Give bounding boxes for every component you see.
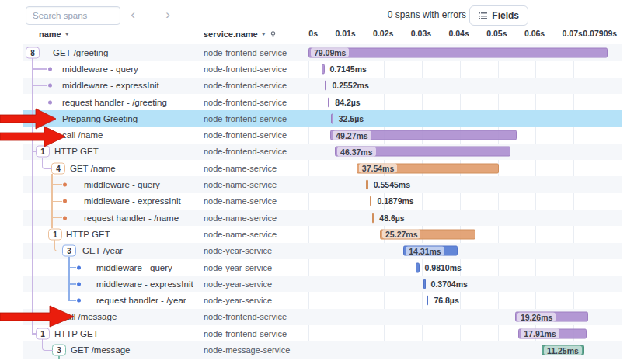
span-duration-label: 0.9810ms [425, 263, 462, 272]
span-service-name: node-frontend-service [204, 329, 287, 338]
tree-connector-line [58, 356, 60, 359]
fields-button-label: Fields [492, 10, 519, 21]
span-dot-icon [77, 282, 81, 286]
span-row[interactable]: request handler - /namenode-name-service… [23, 210, 622, 226]
span-duration-bar[interactable]: 17.91ms [518, 328, 586, 338]
axis-tick-label: 0.07909s [567, 29, 617, 38]
span-dot-icon [48, 84, 52, 88]
span-duration-bar[interactable] [366, 180, 368, 190]
span-row[interactable]: 1HTTP GETnode-name-service25.27ms [23, 226, 622, 242]
span-row[interactable]: call /messagenode-frontend-service19.26m… [23, 309, 622, 325]
span-service-name: node-frontend-service [204, 130, 287, 140]
span-duration-bar[interactable]: 46.37ms [335, 147, 510, 157]
span-duration-bar[interactable] [423, 279, 426, 289]
span-name: middleware - expressInit [62, 81, 159, 90]
span-name: call /message [62, 312, 117, 321]
fields-button[interactable]: Fields [469, 5, 528, 26]
name-column-label: name [39, 29, 61, 39]
search-spans-input[interactable] [26, 6, 120, 25]
span-duration-bar[interactable] [325, 81, 327, 91]
span-row[interactable]: middleware - querynode-year-service0.981… [23, 259, 622, 276]
span-service-name: node-frontend-service [204, 114, 287, 123]
span-row[interactable]: 8GET /greetingnode-frontend-service79.09… [23, 44, 622, 61]
span-count-badge: 1 [36, 328, 50, 339]
span-duration-label: 14.31ms [406, 246, 444, 255]
span-name: middleware - query [96, 263, 172, 272]
span-duration-label: 11.25ms [544, 345, 582, 355]
span-row[interactable]: middleware - querynode-frontend-service0… [23, 61, 622, 77]
span-name: GET /name [70, 164, 116, 173]
span-row[interactable]: call /namenode-frontend-service49.27ms [23, 127, 622, 144]
span-name: request handler - /name [84, 213, 179, 223]
tree-connector-stub [32, 134, 47, 136]
tree-connector-stub [68, 300, 76, 301]
span-duration-bar[interactable]: 19.26ms [515, 312, 588, 322]
span-duration-label: 19.26ms [517, 312, 556, 321]
chevron-down-icon: ▼ [64, 31, 71, 37]
span-duration-bar[interactable]: 49.27ms [330, 130, 517, 140]
tree-connector-stub [32, 333, 36, 335]
span-row[interactable]: 3GET /yearnode-year-service14.31ms [23, 243, 622, 259]
span-name: call /name [62, 130, 103, 140]
span-row[interactable]: 4GET /namenode-name-service37.54ms [23, 160, 622, 176]
span-duration-bar[interactable] [370, 196, 372, 206]
tree-connector-stub [32, 317, 47, 318]
span-name: HTTP GET [54, 329, 99, 338]
span-dot-icon [63, 216, 67, 220]
span-duration-bar[interactable] [322, 64, 324, 74]
span-name: middleware - expressInit [96, 279, 193, 289]
span-duration-bar[interactable] [331, 113, 333, 123]
span-service-name: node-frontend-service [204, 98, 287, 107]
column-header-name[interactable]: name ▼ [39, 29, 71, 39]
tree-connector-stub [51, 217, 62, 219]
span-row[interactable]: 1HTTP GETnode-frontend-service17.91ms [23, 325, 622, 341]
list-icon [479, 12, 487, 19]
tree-connector-stub [32, 68, 47, 70]
span-service-name: node-name-service [204, 196, 277, 206]
span-service-name: node-year-service [204, 279, 272, 289]
span-count-badge: 3 [62, 245, 76, 257]
span-service-name: node-frontend-service [204, 81, 287, 90]
row-actions-button[interactable]: ••• [21, 115, 30, 123]
span-duration-bar[interactable]: 37.54ms [357, 163, 499, 173]
span-row[interactable]: •••Preparing Greetingnode-frontend-servi… [23, 110, 622, 127]
span-duration-label: 0.2552ms [332, 81, 368, 90]
span-row[interactable]: middleware - expressInitnode-name-servic… [23, 193, 622, 210]
span-row[interactable]: middleware - expressInitnode-year-servic… [23, 276, 622, 292]
span-row[interactable]: 1HTTP GETnode-frontend-service46.37ms [23, 144, 622, 160]
spans-with-errors-text: 0 spans with errors [388, 9, 466, 20]
span-duration-label: 0.5545ms [374, 180, 410, 189]
span-duration-bar[interactable]: 11.25ms [542, 345, 584, 355]
span-dot-icon [63, 183, 67, 187]
span-service-name: node-name-service [204, 230, 277, 239]
span-row[interactable]: request handler - /yearnode-year-service… [23, 293, 622, 309]
span-service-name: node-frontend-service [204, 147, 287, 156]
span-row[interactable]: middleware - querynode-name-service0.554… [23, 176, 622, 192]
span-duration-bar[interactable]: 25.27ms [380, 229, 475, 239]
span-service-name: node-year-service [204, 246, 272, 255]
span-service-name: node-year-service [204, 263, 272, 272]
span-row[interactable]: request handler - /greetingnode-frontend… [23, 94, 622, 110]
prev-span-button[interactable]: ‹ [123, 5, 143, 25]
tree-connector-elbow [54, 240, 63, 251]
span-duration-bar[interactable] [416, 262, 420, 272]
span-duration-bar[interactable] [328, 97, 330, 107]
span-count-badge: 4 [51, 162, 65, 174]
span-duration-bar[interactable]: 14.31ms [403, 246, 458, 256]
span-count-badge: 8 [26, 47, 40, 58]
span-duration-label: 49.27ms [333, 130, 371, 140]
span-service-name: node-name-service [204, 213, 277, 223]
span-duration-label: 48.6µs [379, 213, 404, 223]
span-duration-bar[interactable] [372, 213, 374, 223]
span-duration-bar[interactable] [427, 296, 429, 306]
tree-connector-stub [68, 283, 76, 285]
toolbar: ‹ › 0 spans with errors Fields [0, 0, 627, 26]
span-duration-bar[interactable]: 79.09ms [308, 47, 608, 57]
next-span-button[interactable]: › [158, 5, 178, 25]
span-name: request handler - /year [96, 296, 186, 305]
span-row[interactable]: 3GET /messagenode-message-service11.25ms [23, 341, 622, 358]
span-service-name: node-name-service [204, 164, 277, 173]
tree-connector-line [68, 257, 70, 300]
column-header-service-name[interactable]: service.name ▼ [204, 29, 277, 39]
span-row[interactable]: middleware - expressInitnode-frontend-se… [23, 78, 622, 94]
